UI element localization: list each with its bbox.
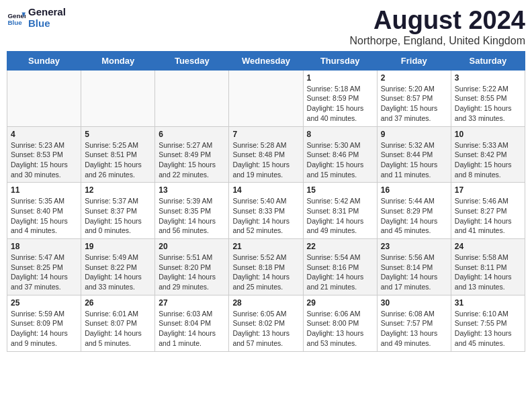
day-number: 29 — [307, 298, 373, 308]
calendar-cell: 5Sunrise: 5:25 AMSunset: 8:51 PMDaylight… — [81, 126, 155, 183]
calendar-cell: 1Sunrise: 5:18 AMSunset: 8:59 PMDaylight… — [303, 70, 377, 126]
calendar-cell: 28Sunrise: 6:05 AMSunset: 8:02 PMDayligh… — [229, 295, 303, 351]
day-info: Sunrise: 6:06 AMSunset: 8:00 PMDaylight:… — [307, 309, 373, 349]
calendar-week-5: 25Sunrise: 5:59 AMSunset: 8:09 PMDayligh… — [7, 295, 525, 351]
day-number: 22 — [307, 242, 373, 251]
calendar-cell: 2Sunrise: 5:20 AMSunset: 8:57 PMDaylight… — [377, 70, 451, 126]
day-info: Sunrise: 5:51 AMSunset: 8:20 PMDaylight:… — [159, 253, 225, 292]
day-number: 3 — [455, 73, 521, 83]
calendar-week-4: 18Sunrise: 5:47 AMSunset: 8:25 PMDayligh… — [7, 239, 525, 295]
calendar-cell: 10Sunrise: 5:33 AMSunset: 8:42 PMDayligh… — [451, 126, 525, 183]
day-number: 17 — [455, 185, 521, 195]
day-info: Sunrise: 5:20 AMSunset: 8:57 PMDaylight:… — [381, 84, 447, 124]
day-info: Sunrise: 5:30 AMSunset: 8:46 PMDaylight:… — [307, 140, 373, 180]
logo-blue: Blue — [28, 18, 66, 30]
day-number: 24 — [455, 242, 521, 251]
day-info: Sunrise: 5:23 AMSunset: 8:53 PMDaylight:… — [11, 140, 77, 180]
svg-text:Blue: Blue — [7, 18, 22, 26]
day-number: 2 — [381, 73, 447, 83]
calendar-cell: 14Sunrise: 5:40 AMSunset: 8:33 PMDayligh… — [229, 183, 303, 239]
calendar-cell: 12Sunrise: 5:37 AMSunset: 8:37 PMDayligh… — [81, 183, 155, 239]
day-number: 28 — [232, 298, 299, 308]
day-info: Sunrise: 5:32 AMSunset: 8:44 PMDaylight:… — [381, 140, 447, 180]
day-number: 4 — [11, 130, 77, 139]
day-info: Sunrise: 5:44 AMSunset: 8:29 PMDaylight:… — [381, 196, 447, 236]
day-info: Sunrise: 5:56 AMSunset: 8:14 PMDaylight:… — [381, 253, 447, 292]
day-info: Sunrise: 6:01 AMSunset: 8:07 PMDaylight:… — [85, 309, 151, 349]
day-number: 8 — [307, 130, 373, 139]
day-info: Sunrise: 6:10 AMSunset: 7:55 PMDaylight:… — [455, 309, 521, 349]
calendar-cell: 7Sunrise: 5:28 AMSunset: 8:48 PMDaylight… — [229, 126, 303, 183]
day-number: 18 — [11, 242, 77, 251]
calendar-cell — [7, 70, 81, 126]
day-info: Sunrise: 5:37 AMSunset: 8:37 PMDaylight:… — [85, 196, 151, 236]
day-info: Sunrise: 5:28 AMSunset: 8:48 PMDaylight:… — [232, 140, 299, 180]
day-info: Sunrise: 5:46 AMSunset: 8:27 PMDaylight:… — [455, 196, 521, 236]
calendar-header-sunday: Sunday — [7, 51, 81, 70]
day-info: Sunrise: 5:54 AMSunset: 8:16 PMDaylight:… — [307, 253, 373, 292]
day-info: Sunrise: 5:52 AMSunset: 8:18 PMDaylight:… — [232, 253, 299, 292]
calendar-cell: 27Sunrise: 6:03 AMSunset: 8:04 PMDayligh… — [155, 295, 229, 351]
calendar-header-monday: Monday — [81, 51, 155, 70]
calendar-table: SundayMondayTuesdayWednesdayThursdayFrid… — [7, 51, 525, 352]
day-number: 6 — [159, 130, 225, 139]
calendar-cell: 8Sunrise: 5:30 AMSunset: 8:46 PMDaylight… — [303, 126, 377, 183]
logo: General Blue General Blue — [7, 7, 66, 29]
calendar-cell: 19Sunrise: 5:49 AMSunset: 8:22 PMDayligh… — [81, 239, 155, 295]
day-info: Sunrise: 5:22 AMSunset: 8:55 PMDaylight:… — [455, 84, 521, 124]
page-header: General Blue General Blue August 2024 No… — [7, 7, 525, 47]
day-info: Sunrise: 5:58 AMSunset: 8:11 PMDaylight:… — [455, 253, 521, 292]
day-info: Sunrise: 5:35 AMSunset: 8:40 PMDaylight:… — [11, 196, 77, 236]
day-number: 5 — [85, 130, 151, 139]
day-number: 31 — [455, 298, 521, 308]
calendar-cell: 3Sunrise: 5:22 AMSunset: 8:55 PMDaylight… — [451, 70, 525, 126]
calendar-cell: 29Sunrise: 6:06 AMSunset: 8:00 PMDayligh… — [303, 295, 377, 351]
day-info: Sunrise: 6:03 AMSunset: 8:04 PMDaylight:… — [159, 309, 225, 349]
calendar-header-tuesday: Tuesday — [155, 51, 229, 70]
day-info: Sunrise: 5:33 AMSunset: 8:42 PMDaylight:… — [455, 140, 521, 180]
day-number: 23 — [381, 242, 447, 251]
calendar-cell: 26Sunrise: 6:01 AMSunset: 8:07 PMDayligh… — [81, 295, 155, 351]
location: Northorpe, England, United Kingdom — [350, 35, 526, 47]
calendar-cell: 18Sunrise: 5:47 AMSunset: 8:25 PMDayligh… — [7, 239, 81, 295]
day-number: 9 — [381, 130, 447, 139]
day-number: 26 — [85, 298, 151, 308]
day-number: 7 — [232, 130, 299, 139]
calendar-cell: 17Sunrise: 5:46 AMSunset: 8:27 PMDayligh… — [451, 183, 525, 239]
calendar-header-thursday: Thursday — [303, 51, 377, 70]
day-number: 14 — [232, 185, 299, 195]
day-info: Sunrise: 5:18 AMSunset: 8:59 PMDaylight:… — [307, 84, 373, 124]
day-number: 25 — [11, 298, 77, 308]
calendar-cell: 31Sunrise: 6:10 AMSunset: 7:55 PMDayligh… — [451, 295, 525, 351]
day-info: Sunrise: 5:27 AMSunset: 8:49 PMDaylight:… — [159, 140, 225, 180]
day-info: Sunrise: 6:05 AMSunset: 8:02 PMDaylight:… — [232, 309, 299, 349]
calendar-cell: 21Sunrise: 5:52 AMSunset: 8:18 PMDayligh… — [229, 239, 303, 295]
calendar-cell — [229, 70, 303, 126]
day-info: Sunrise: 5:40 AMSunset: 8:33 PMDaylight:… — [232, 196, 299, 236]
day-number: 11 — [11, 185, 77, 195]
day-info: Sunrise: 5:47 AMSunset: 8:25 PMDaylight:… — [11, 253, 77, 292]
day-number: 20 — [159, 242, 225, 251]
calendar-week-2: 4Sunrise: 5:23 AMSunset: 8:53 PMDaylight… — [7, 126, 525, 183]
calendar-cell: 23Sunrise: 5:56 AMSunset: 8:14 PMDayligh… — [377, 239, 451, 295]
calendar-week-1: 1Sunrise: 5:18 AMSunset: 8:59 PMDaylight… — [7, 70, 525, 126]
calendar-cell — [81, 70, 155, 126]
calendar-cell: 22Sunrise: 5:54 AMSunset: 8:16 PMDayligh… — [303, 239, 377, 295]
logo-icon: General Blue — [7, 9, 26, 28]
day-number: 10 — [455, 130, 521, 139]
day-number: 19 — [85, 242, 151, 251]
calendar-cell: 13Sunrise: 5:39 AMSunset: 8:35 PMDayligh… — [155, 183, 229, 239]
day-number: 12 — [85, 185, 151, 195]
day-info: Sunrise: 5:39 AMSunset: 8:35 PMDaylight:… — [159, 196, 225, 236]
calendar-cell: 15Sunrise: 5:42 AMSunset: 8:31 PMDayligh… — [303, 183, 377, 239]
day-number: 13 — [159, 185, 225, 195]
day-info: Sunrise: 5:59 AMSunset: 8:09 PMDaylight:… — [11, 309, 77, 349]
calendar-cell: 30Sunrise: 6:08 AMSunset: 7:57 PMDayligh… — [377, 295, 451, 351]
day-info: Sunrise: 5:42 AMSunset: 8:31 PMDaylight:… — [307, 196, 373, 236]
title-area: August 2024 Northorpe, England, United K… — [350, 7, 526, 47]
calendar-cell: 9Sunrise: 5:32 AMSunset: 8:44 PMDaylight… — [377, 126, 451, 183]
logo-general: General — [28, 7, 66, 18]
calendar-cell: 20Sunrise: 5:51 AMSunset: 8:20 PMDayligh… — [155, 239, 229, 295]
day-number: 1 — [307, 73, 373, 83]
calendar-cell — [155, 70, 229, 126]
